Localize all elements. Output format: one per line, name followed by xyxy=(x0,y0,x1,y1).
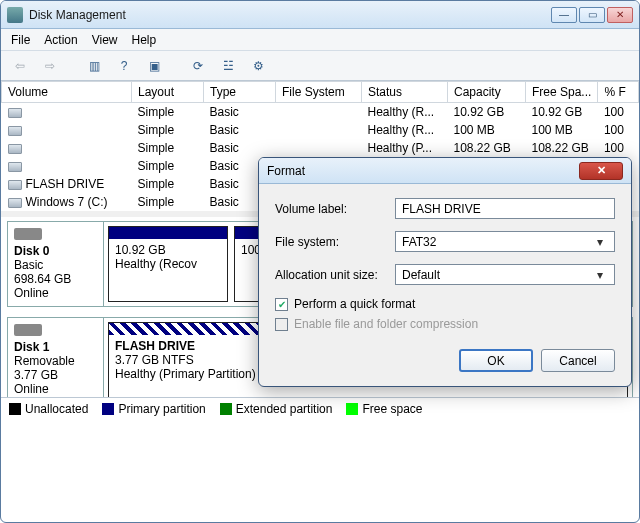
ok-button[interactable]: OK xyxy=(459,349,533,372)
disk-icon xyxy=(14,228,42,240)
show-hide-tree-icon[interactable]: ▥ xyxy=(83,55,105,77)
disk-header[interactable]: Disk 0 Basic 698.64 GB Online xyxy=(8,222,104,306)
settings-icon[interactable]: ☳ xyxy=(217,55,239,77)
col-layout[interactable]: Layout xyxy=(132,82,204,103)
dialog-title: Format xyxy=(267,164,579,178)
legend: Unallocated Primary partition Extended p… xyxy=(1,397,639,419)
disk-state: Online xyxy=(14,286,49,300)
allocation-unit-select[interactable]: Default ▾ xyxy=(395,264,615,285)
menu-file[interactable]: File xyxy=(11,33,30,47)
disk-state: Online xyxy=(14,382,49,396)
toolbar: ⇦ ⇨ ▥ ? ▣ ⟳ ☳ ⚙ xyxy=(1,51,639,81)
window-title: Disk Management xyxy=(29,8,551,22)
volume-label-input[interactable] xyxy=(395,198,615,219)
disk-size: 3.77 GB xyxy=(14,368,58,382)
close-button[interactable]: ✕ xyxy=(607,7,633,23)
column-headers[interactable]: Volume Layout Type File System Status Ca… xyxy=(2,82,639,103)
disk-type: Removable xyxy=(14,354,75,368)
col-status[interactable]: Status xyxy=(362,82,448,103)
col-capacity[interactable]: Capacity xyxy=(448,82,526,103)
menu-view[interactable]: View xyxy=(92,33,118,47)
volume-icon xyxy=(8,144,22,154)
file-system-select[interactable]: FAT32 ▾ xyxy=(395,231,615,252)
checkbox-icon xyxy=(275,318,288,331)
panels-icon[interactable]: ▣ xyxy=(143,55,165,77)
table-row[interactable]: SimpleBasicHealthy (P...108.22 GB108.22 … xyxy=(2,139,639,157)
disk-type: Basic xyxy=(14,258,43,272)
menu-help[interactable]: Help xyxy=(132,33,157,47)
dialog-titlebar[interactable]: Format ✕ xyxy=(259,158,631,184)
rescan-icon[interactable]: ⚙ xyxy=(247,55,269,77)
app-icon xyxy=(7,7,23,23)
titlebar[interactable]: Disk Management — ▭ ✕ xyxy=(1,1,639,29)
partition-stripe xyxy=(109,227,227,239)
volume-icon xyxy=(8,162,22,172)
chevron-down-icon: ▾ xyxy=(592,268,608,282)
help-icon[interactable]: ? xyxy=(113,55,135,77)
volume-icon xyxy=(8,108,22,118)
volume-label-label: Volume label: xyxy=(275,202,395,216)
col-pct[interactable]: % F xyxy=(598,82,639,103)
quick-format-checkbox[interactable]: ✔ Perform a quick format xyxy=(275,297,615,311)
volume-icon xyxy=(8,126,22,136)
disk-size: 698.64 GB xyxy=(14,272,71,286)
volume-icon xyxy=(8,180,22,190)
disk-name: Disk 1 xyxy=(14,340,49,354)
table-row[interactable]: SimpleBasicHealthy (R...100 MB100 MB100 xyxy=(2,121,639,139)
menubar: File Action View Help xyxy=(1,29,639,51)
allocation-unit-label: Allocation unit size: xyxy=(275,268,395,282)
table-row[interactable]: SimpleBasicHealthy (R...10.92 GB10.92 GB… xyxy=(2,103,639,122)
file-system-label: File system: xyxy=(275,235,395,249)
back-icon: ⇦ xyxy=(9,55,31,77)
refresh-icon[interactable]: ⟳ xyxy=(187,55,209,77)
checkbox-icon: ✔ xyxy=(275,298,288,311)
chevron-down-icon: ▾ xyxy=(592,235,608,249)
disk-icon xyxy=(14,324,42,336)
cancel-button[interactable]: Cancel xyxy=(541,349,615,372)
disk-name: Disk 0 xyxy=(14,244,49,258)
menu-action[interactable]: Action xyxy=(44,33,77,47)
minimize-button[interactable]: — xyxy=(551,7,577,23)
volume-icon xyxy=(8,198,22,208)
maximize-button[interactable]: ▭ xyxy=(579,7,605,23)
partition[interactable]: 10.92 GB Healthy (Recov xyxy=(108,226,228,302)
forward-icon: ⇨ xyxy=(39,55,61,77)
disk-header[interactable]: Disk 1 Removable 3.77 GB Online xyxy=(8,318,104,397)
col-fs[interactable]: File System xyxy=(276,82,362,103)
format-dialog: Format ✕ Volume label: File system: FAT3… xyxy=(258,157,632,387)
dialog-close-button[interactable]: ✕ xyxy=(579,162,623,180)
col-volume[interactable]: Volume xyxy=(2,82,132,103)
compression-checkbox: Enable file and folder compression xyxy=(275,317,615,331)
col-free[interactable]: Free Spa... xyxy=(526,82,598,103)
col-type[interactable]: Type xyxy=(204,82,276,103)
